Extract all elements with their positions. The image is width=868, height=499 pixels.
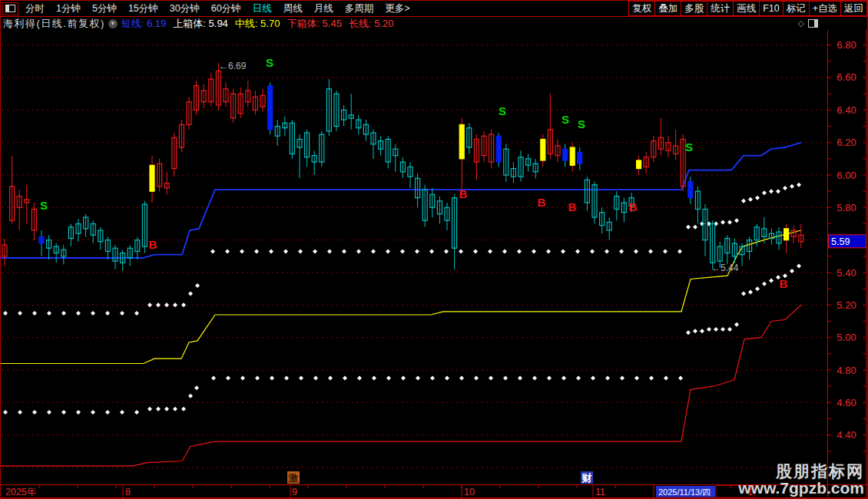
svg-text:5.59: 5.59 xyxy=(831,236,850,247)
tab-period-3[interactable]: 15分钟 xyxy=(128,2,158,15)
svg-text:2025/11/13/四: 2025/11/13/四 xyxy=(658,487,711,497)
toolbar-button-7[interactable]: +自选 xyxy=(809,1,841,16)
tab-period-0[interactable]: 分时 xyxy=(25,2,45,15)
split-square-icon xyxy=(5,5,15,12)
date-label-1: 8 xyxy=(125,487,131,497)
indicator-lines xyxy=(1,143,801,466)
chart-corner-icons: ◇ xyxy=(798,19,818,28)
svg-text:4.60: 4.60 xyxy=(837,397,856,408)
svg-text:财: 财 xyxy=(581,472,592,484)
indicator-0: 短线: 6.19 xyxy=(121,18,167,29)
period-menu-bar: 分时1分钟5分钟15分钟30分钟60分钟日线周线月线多周期更多> 复权叠加多股统… xyxy=(1,1,867,17)
watermark: 股朋指标网 www.7gpzb.com xyxy=(738,463,864,497)
svg-text:S: S xyxy=(40,199,48,212)
grid-lines xyxy=(2,45,827,468)
svg-text:←6.69: ←6.69 xyxy=(219,61,247,71)
window-layout-button[interactable] xyxy=(2,2,18,15)
tab-period-4[interactable]: 30分钟 xyxy=(170,2,200,15)
svg-text:S: S xyxy=(578,117,585,131)
long-line xyxy=(1,305,801,466)
date-axis: 2025年8910111 xyxy=(1,485,867,498)
date-label-4: 11 xyxy=(595,487,605,497)
indicator-values: 短线: 6.19上箱体: 5.94中线: 5.70下箱体: 5.45长线: 5.… xyxy=(121,17,401,31)
svg-text:S: S xyxy=(499,104,506,117)
svg-text:B: B xyxy=(459,187,468,200)
svg-text:B: B xyxy=(149,238,157,251)
chevron-down-circle-icon[interactable]: ▼ xyxy=(108,19,118,28)
toolbar-button-8[interactable]: 返回 xyxy=(840,1,867,16)
svg-text:B: B xyxy=(780,277,788,290)
svg-text:B: B xyxy=(568,200,577,213)
indicator-2: 中线: 5.70 xyxy=(235,18,280,29)
svg-text:←5.44: ←5.44 xyxy=(711,263,739,273)
svg-text:4.40: 4.40 xyxy=(837,429,856,441)
svg-text:B: B xyxy=(629,200,638,213)
price-chart[interactable]: SSSSSSBBBBBB←6.69←5.446.806.606.406.206.… xyxy=(1,30,867,499)
seal-stamp-0: 激 xyxy=(287,471,300,484)
svg-text:6.40: 6.40 xyxy=(837,104,856,116)
box-dot-series xyxy=(3,183,801,415)
tab-period-8[interactable]: 月线 xyxy=(314,2,333,15)
svg-text:5.00: 5.00 xyxy=(837,332,856,343)
svg-text:6.00: 6.00 xyxy=(837,170,856,181)
price-annotations: ←6.69←5.44 xyxy=(219,61,739,273)
date-label-3: 10 xyxy=(464,487,475,497)
tab-period-5[interactable]: 60分钟 xyxy=(211,2,241,15)
svg-text:S: S xyxy=(266,56,273,69)
indicator-info-bar: 海利得(日线.前复权) ▼ 短线: 6.19上箱体: 5.94中线: 5.70下… xyxy=(1,17,867,30)
toolbar-button-6[interactable]: 标记 xyxy=(783,1,810,16)
mid-line xyxy=(1,230,801,364)
current-price-tag: 5.59 xyxy=(829,235,866,248)
watermark-site-url: www.7gpzb.com xyxy=(738,480,864,497)
toolbar-button-2[interactable]: 多股 xyxy=(681,1,707,16)
price-axis: 6.806.606.406.206.005.805.405.205.004.80… xyxy=(828,30,866,498)
tab-period-9[interactable]: 多周期 xyxy=(345,2,374,15)
period-tabs: 分时1分钟5分钟15分钟30分钟60分钟日线周线月线多周期更多> xyxy=(25,2,409,15)
stock-title: 海利得(日线.前复权) xyxy=(3,17,105,31)
toolbar-button-0[interactable]: 复权 xyxy=(628,1,655,16)
svg-text:5.80: 5.80 xyxy=(837,202,856,213)
svg-text:5.40: 5.40 xyxy=(837,267,856,279)
app-window: 分时1分钟5分钟15分钟30分钟60分钟日线周线月线多周期更多> 复权叠加多股统… xyxy=(0,0,868,499)
svg-text:激: 激 xyxy=(288,472,300,484)
toolbar-button-5[interactable]: F10 xyxy=(759,1,784,16)
svg-text:4.80: 4.80 xyxy=(837,365,856,376)
svg-text:6.60: 6.60 xyxy=(837,71,856,83)
tab-period-1[interactable]: 1分钟 xyxy=(56,2,81,15)
diamond-icon[interactable]: ◇ xyxy=(798,19,804,28)
tab-period-10[interactable]: 更多> xyxy=(385,2,409,15)
date-label-2: 9 xyxy=(292,487,297,497)
svg-text:B: B xyxy=(538,196,546,209)
split-pane-icon[interactable] xyxy=(808,19,818,28)
svg-text:S: S xyxy=(562,113,569,126)
date-label-0: 2025年 xyxy=(5,487,36,497)
selected-date-label: 2025/11/13/四 xyxy=(656,486,715,497)
tab-period-7[interactable]: 周线 xyxy=(283,2,303,15)
seal-stamp-1: 财 xyxy=(581,471,593,484)
tab-period-6[interactable]: 日线 xyxy=(253,2,272,15)
svg-text:6.80: 6.80 xyxy=(837,39,856,51)
svg-text:6.20: 6.20 xyxy=(837,137,856,148)
svg-text:5.20: 5.20 xyxy=(837,299,856,311)
indicator-3: 下箱体: 5.45 xyxy=(287,18,342,29)
toolbar-button-3[interactable]: 统计 xyxy=(707,1,734,16)
indicator-4: 长线: 5.20 xyxy=(349,18,394,29)
toolbar-buttons: 复权叠加多股统计画线F10标记+自选返回 xyxy=(629,1,867,16)
toolbar-button-4[interactable]: 画线 xyxy=(733,1,760,16)
toolbar-button-1[interactable]: 叠加 xyxy=(654,1,681,16)
indicator-1: 上箱体: 5.94 xyxy=(173,18,228,29)
tab-period-2[interactable]: 5分钟 xyxy=(92,2,117,15)
watermark-site-name: 股朋指标网 xyxy=(738,463,864,480)
svg-text:S: S xyxy=(685,140,693,154)
